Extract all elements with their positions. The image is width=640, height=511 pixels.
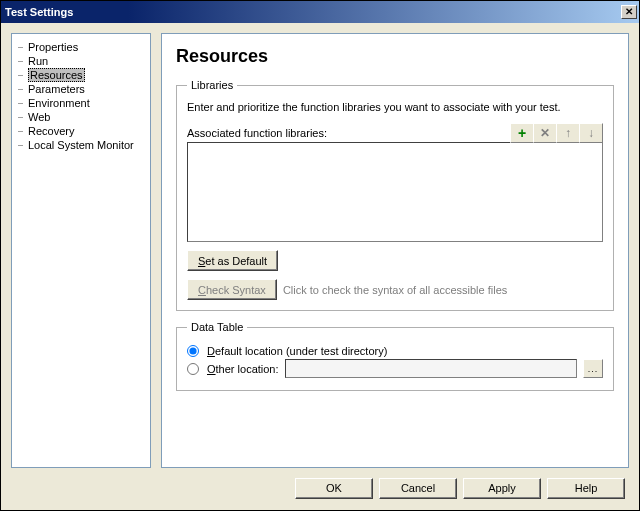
other-location-radio[interactable] bbox=[187, 363, 199, 375]
browse-button[interactable]: ... bbox=[583, 359, 603, 378]
nav-item-local-system-monitor[interactable]: Local System Monitor bbox=[16, 138, 146, 152]
libraries-desc: Enter and prioritize the function librar… bbox=[187, 101, 603, 113]
datatable-group: Data Table Default location (under test … bbox=[176, 321, 614, 391]
remove-library-button[interactable]: ✕ bbox=[533, 123, 557, 143]
nav-item-web[interactable]: Web bbox=[16, 110, 146, 124]
add-library-button[interactable]: + bbox=[510, 123, 534, 143]
nav-tree[interactable]: Properties Run Resources Parameters Envi… bbox=[11, 33, 151, 468]
content-pane: Resources Libraries Enter and prioritize… bbox=[161, 33, 629, 468]
ok-button[interactable]: OK bbox=[295, 478, 373, 499]
arrow-down-icon: ↓ bbox=[588, 126, 594, 140]
page-title: Resources bbox=[176, 46, 614, 67]
nav-item-properties[interactable]: Properties bbox=[16, 40, 146, 54]
default-location-radio[interactable] bbox=[187, 345, 199, 357]
set-as-default-button[interactable]: Set as Default bbox=[187, 250, 278, 271]
libraries-toolbar: + ✕ ↑ ↓ bbox=[510, 123, 603, 143]
check-syntax-hint: Click to check the syntax of all accessi… bbox=[283, 284, 507, 296]
apply-button[interactable]: Apply bbox=[463, 478, 541, 499]
nav-item-parameters[interactable]: Parameters bbox=[16, 82, 146, 96]
close-icon[interactable]: ✕ bbox=[621, 5, 637, 19]
titlebar: Test Settings ✕ bbox=[1, 1, 639, 23]
arrow-up-icon: ↑ bbox=[565, 126, 571, 140]
nav-item-environment[interactable]: Environment bbox=[16, 96, 146, 110]
assoc-libraries-label: Associated function libraries: bbox=[187, 127, 510, 139]
window-title: Test Settings bbox=[5, 6, 621, 18]
libraries-group: Libraries Enter and prioritize the funct… bbox=[176, 79, 614, 311]
other-location-input[interactable] bbox=[285, 359, 577, 378]
cancel-button[interactable]: Cancel bbox=[379, 478, 457, 499]
nav-item-run[interactable]: Run bbox=[16, 54, 146, 68]
assoc-libraries-list[interactable] bbox=[187, 142, 603, 242]
test-settings-dialog: Test Settings ✕ Properties Run Resources… bbox=[0, 0, 640, 511]
datatable-legend: Data Table bbox=[187, 321, 247, 333]
libraries-legend: Libraries bbox=[187, 79, 237, 91]
check-syntax-button[interactable]: Check Syntax bbox=[187, 279, 277, 300]
move-up-button[interactable]: ↑ bbox=[556, 123, 580, 143]
nav-item-recovery[interactable]: Recovery bbox=[16, 124, 146, 138]
default-location-label: Default location (under test directory) bbox=[207, 345, 387, 357]
help-button[interactable]: Help bbox=[547, 478, 625, 499]
move-down-button[interactable]: ↓ bbox=[579, 123, 603, 143]
plus-icon: + bbox=[518, 126, 526, 140]
other-location-label: Other location: bbox=[207, 363, 279, 375]
dialog-buttons: OK Cancel Apply Help bbox=[11, 468, 629, 504]
dialog-body: Properties Run Resources Parameters Envi… bbox=[1, 23, 639, 510]
ellipsis-icon: ... bbox=[588, 364, 599, 374]
nav-item-resources[interactable]: Resources bbox=[16, 68, 146, 82]
x-icon: ✕ bbox=[540, 126, 550, 140]
